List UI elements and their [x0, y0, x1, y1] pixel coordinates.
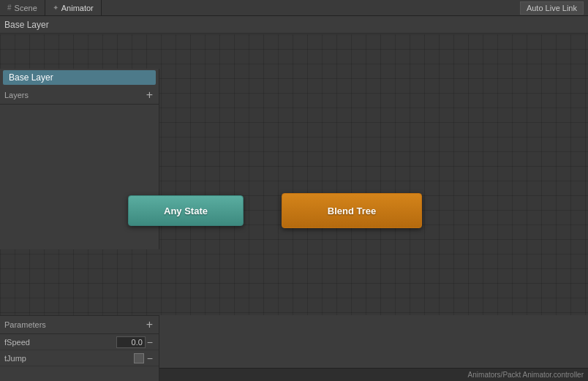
blend-tree-node[interactable]: Blend Tree: [282, 193, 422, 228]
parameters-panel: Parameters + fSpeed − tJump −: [0, 315, 159, 381]
breadcrumb-bar: Base Layer: [0, 16, 588, 34]
params-header: Parameters +: [0, 316, 159, 334]
auto-live-link-button[interactable]: Auto Live Link: [520, 1, 584, 15]
tab-bar: # Scene ✦ Animator Auto Live Link: [0, 0, 588, 16]
tab-animator-label: Animator: [61, 4, 94, 12]
add-parameter-button[interactable]: +: [145, 319, 154, 331]
tab-scene-label: Scene: [15, 4, 37, 12]
animator-canvas: Base Layer Layers + Any State Blend Tree: [0, 34, 588, 315]
status-text: Animators/Packt Animator.controller: [468, 371, 584, 379]
param-row-tjump: tJump −: [0, 350, 159, 366]
param-fspeed-name: fSpeed: [4, 338, 116, 347]
breadcrumb-label: Base Layer: [4, 20, 49, 30]
layers-label: Layers: [4, 91, 29, 99]
status-bar: Animators/Packt Animator.controller: [159, 368, 588, 381]
param-tjump-name: tJump: [4, 354, 134, 363]
any-state-node[interactable]: Any State: [128, 195, 244, 226]
parameters-label: Parameters: [4, 320, 46, 329]
any-state-label: Any State: [164, 205, 208, 216]
param-fspeed-value[interactable]: [116, 336, 146, 348]
param-row-fspeed: fSpeed −: [0, 334, 159, 350]
layers-header: Layers +: [0, 86, 159, 105]
base-layer-item[interactable]: Base Layer: [3, 70, 156, 85]
tab-scene[interactable]: # Scene: [0, 0, 45, 15]
scene-icon: #: [7, 4, 12, 12]
blend-tree-label: Blend Tree: [328, 205, 376, 216]
remove-fspeed-button[interactable]: −: [146, 336, 154, 348]
tab-animator[interactable]: ✦ Animator: [45, 0, 102, 15]
add-layer-button[interactable]: +: [145, 89, 154, 101]
param-tjump-checkbox[interactable]: [134, 353, 144, 363]
remove-tjump-button[interactable]: −: [146, 352, 154, 364]
animator-icon: ✦: [53, 4, 59, 12]
